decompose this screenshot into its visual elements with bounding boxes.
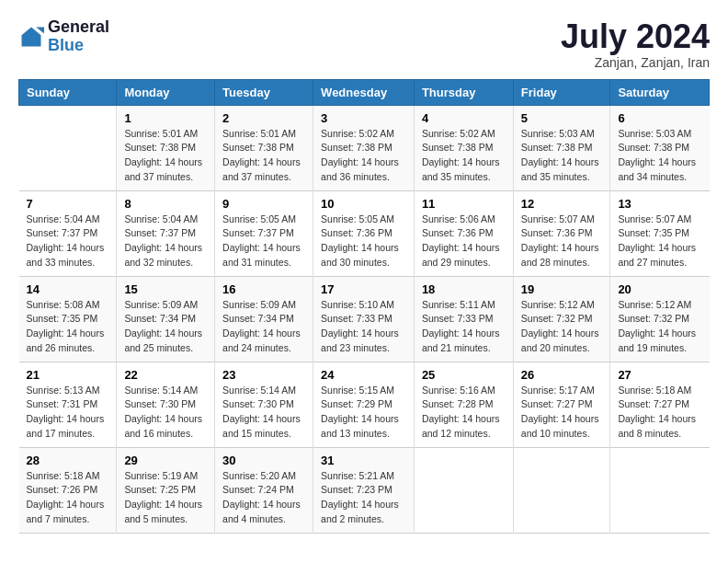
day-number: 9 <box>222 197 305 211</box>
calendar-cell: 21Sunrise: 5:13 AMSunset: 7:31 PMDayligh… <box>19 362 117 447</box>
day-info: Sunrise: 5:14 AMSunset: 7:30 PMDaylight:… <box>124 384 207 442</box>
calendar-cell: 13Sunrise: 5:07 AMSunset: 7:35 PMDayligh… <box>610 190 710 276</box>
day-info: Sunrise: 5:01 AMSunset: 7:38 PMDaylight:… <box>124 127 207 185</box>
day-number: 20 <box>618 282 701 296</box>
day-number: 23 <box>222 368 305 382</box>
day-info: Sunrise: 5:02 AMSunset: 7:38 PMDaylight:… <box>321 127 406 185</box>
weekday-header: Monday <box>117 79 215 105</box>
calendar-cell: 20Sunrise: 5:12 AMSunset: 7:32 PMDayligh… <box>610 276 710 362</box>
day-number: 16 <box>222 282 305 296</box>
day-info: Sunrise: 5:13 AMSunset: 7:31 PMDaylight:… <box>27 384 109 442</box>
calendar-cell: 25Sunrise: 5:16 AMSunset: 7:28 PMDayligh… <box>414 362 513 447</box>
day-info: Sunrise: 5:06 AMSunset: 7:36 PMDaylight:… <box>422 213 506 270</box>
calendar-week-row: 7Sunrise: 5:04 AMSunset: 7:37 PMDaylight… <box>19 190 710 276</box>
day-number: 1 <box>124 111 207 125</box>
calendar-cell: 10Sunrise: 5:05 AMSunset: 7:36 PMDayligh… <box>313 190 415 276</box>
day-number: 19 <box>521 282 603 296</box>
day-number: 13 <box>618 197 701 211</box>
calendar-week-row: 28Sunrise: 5:18 AMSunset: 7:26 PMDayligh… <box>19 447 710 533</box>
calendar-cell: 23Sunrise: 5:14 AMSunset: 7:30 PMDayligh… <box>215 362 313 447</box>
calendar-cell: 31Sunrise: 5:21 AMSunset: 7:23 PMDayligh… <box>313 447 415 533</box>
day-info: Sunrise: 5:21 AMSunset: 7:23 PMDaylight:… <box>321 469 406 527</box>
calendar-cell: 30Sunrise: 5:20 AMSunset: 7:24 PMDayligh… <box>215 447 313 533</box>
day-number: 14 <box>27 282 109 296</box>
day-info: Sunrise: 5:12 AMSunset: 7:32 PMDaylight:… <box>521 298 603 356</box>
day-info: Sunrise: 5:11 AMSunset: 7:33 PMDaylight:… <box>422 298 506 356</box>
calendar-cell: 27Sunrise: 5:18 AMSunset: 7:27 PMDayligh… <box>610 362 710 447</box>
day-number: 29 <box>124 454 207 467</box>
logo-icon <box>18 24 44 50</box>
calendar-cell: 28Sunrise: 5:18 AMSunset: 7:26 PMDayligh… <box>19 447 117 533</box>
day-number: 27 <box>618 368 701 382</box>
calendar-week-row: 14Sunrise: 5:08 AMSunset: 7:35 PMDayligh… <box>19 276 710 362</box>
calendar-cell: 2Sunrise: 5:01 AMSunset: 7:38 PMDaylight… <box>215 105 313 190</box>
day-number: 31 <box>321 454 406 467</box>
day-number: 8 <box>124 197 207 211</box>
weekday-header-row: SundayMondayTuesdayWednesdayThursdayFrid… <box>19 79 710 105</box>
day-info: Sunrise: 5:05 AMSunset: 7:36 PMDaylight:… <box>321 213 406 270</box>
day-info: Sunrise: 5:03 AMSunset: 7:38 PMDaylight:… <box>521 127 603 185</box>
day-info: Sunrise: 5:15 AMSunset: 7:29 PMDaylight:… <box>321 384 406 442</box>
location-subtitle: Zanjan, Zanjan, Iran <box>561 55 710 70</box>
page-header: General Blue July 2024 Zanjan, Zanjan, I… <box>18 18 710 70</box>
calendar-cell: 14Sunrise: 5:08 AMSunset: 7:35 PMDayligh… <box>19 276 117 362</box>
calendar-cell: 6Sunrise: 5:03 AMSunset: 7:38 PMDaylight… <box>610 105 710 190</box>
calendar-cell: 17Sunrise: 5:10 AMSunset: 7:33 PMDayligh… <box>313 276 415 362</box>
day-number: 21 <box>27 368 109 382</box>
day-info: Sunrise: 5:03 AMSunset: 7:38 PMDaylight:… <box>618 127 701 185</box>
day-number: 3 <box>321 111 406 125</box>
calendar-cell: 7Sunrise: 5:04 AMSunset: 7:37 PMDaylight… <box>19 190 117 276</box>
calendar-cell: 19Sunrise: 5:12 AMSunset: 7:32 PMDayligh… <box>513 276 610 362</box>
day-info: Sunrise: 5:09 AMSunset: 7:34 PMDaylight:… <box>124 298 207 356</box>
day-info: Sunrise: 5:07 AMSunset: 7:36 PMDaylight:… <box>521 213 603 270</box>
weekday-header: Friday <box>513 79 610 105</box>
calendar-cell: 4Sunrise: 5:02 AMSunset: 7:38 PMDaylight… <box>414 105 513 190</box>
day-number: 15 <box>124 282 207 296</box>
calendar-cell: 5Sunrise: 5:03 AMSunset: 7:38 PMDaylight… <box>513 105 610 190</box>
day-info: Sunrise: 5:20 AMSunset: 7:24 PMDaylight:… <box>222 469 305 527</box>
calendar-cell: 12Sunrise: 5:07 AMSunset: 7:36 PMDayligh… <box>513 190 610 276</box>
logo-text: General Blue <box>48 18 109 55</box>
calendar-cell: 15Sunrise: 5:09 AMSunset: 7:34 PMDayligh… <box>117 276 215 362</box>
weekday-header: Saturday <box>610 79 710 105</box>
calendar-cell <box>19 105 117 190</box>
title-block: July 2024 Zanjan, Zanjan, Iran <box>561 18 710 70</box>
calendar-cell <box>610 447 710 533</box>
day-number: 24 <box>321 368 406 382</box>
svg-marker-0 <box>22 27 41 46</box>
calendar-cell: 3Sunrise: 5:02 AMSunset: 7:38 PMDaylight… <box>313 105 415 190</box>
weekday-header: Sunday <box>19 79 117 105</box>
day-info: Sunrise: 5:17 AMSunset: 7:27 PMDaylight:… <box>521 384 603 442</box>
weekday-header: Thursday <box>414 79 513 105</box>
day-info: Sunrise: 5:04 AMSunset: 7:37 PMDaylight:… <box>124 213 207 270</box>
calendar-cell: 22Sunrise: 5:14 AMSunset: 7:30 PMDayligh… <box>117 362 215 447</box>
day-info: Sunrise: 5:04 AMSunset: 7:37 PMDaylight:… <box>27 213 109 270</box>
calendar-table: SundayMondayTuesdayWednesdayThursdayFrid… <box>18 79 710 534</box>
day-number: 11 <box>422 197 506 211</box>
calendar-cell: 1Sunrise: 5:01 AMSunset: 7:38 PMDaylight… <box>117 105 215 190</box>
day-info: Sunrise: 5:19 AMSunset: 7:25 PMDaylight:… <box>124 469 207 527</box>
calendar-cell: 24Sunrise: 5:15 AMSunset: 7:29 PMDayligh… <box>313 362 415 447</box>
day-number: 10 <box>321 197 406 211</box>
calendar-cell: 18Sunrise: 5:11 AMSunset: 7:33 PMDayligh… <box>414 276 513 362</box>
day-number: 2 <box>222 111 305 125</box>
day-number: 30 <box>222 454 305 467</box>
day-info: Sunrise: 5:07 AMSunset: 7:35 PMDaylight:… <box>618 213 701 270</box>
day-info: Sunrise: 5:12 AMSunset: 7:32 PMDaylight:… <box>618 298 701 356</box>
day-info: Sunrise: 5:18 AMSunset: 7:27 PMDaylight:… <box>618 384 701 442</box>
calendar-cell: 8Sunrise: 5:04 AMSunset: 7:37 PMDaylight… <box>117 190 215 276</box>
calendar-cell: 9Sunrise: 5:05 AMSunset: 7:37 PMDaylight… <box>215 190 313 276</box>
day-number: 7 <box>27 197 109 211</box>
day-info: Sunrise: 5:10 AMSunset: 7:33 PMDaylight:… <box>321 298 406 356</box>
day-number: 6 <box>618 111 701 125</box>
day-number: 18 <box>422 282 506 296</box>
month-title: July 2024 <box>561 18 710 55</box>
calendar-week-row: 21Sunrise: 5:13 AMSunset: 7:31 PMDayligh… <box>19 362 710 447</box>
calendar-cell: 11Sunrise: 5:06 AMSunset: 7:36 PMDayligh… <box>414 190 513 276</box>
day-number: 25 <box>422 368 506 382</box>
calendar-cell: 29Sunrise: 5:19 AMSunset: 7:25 PMDayligh… <box>117 447 215 533</box>
day-number: 5 <box>521 111 603 125</box>
day-info: Sunrise: 5:14 AMSunset: 7:30 PMDaylight:… <box>222 384 305 442</box>
calendar-week-row: 1Sunrise: 5:01 AMSunset: 7:38 PMDaylight… <box>19 105 710 190</box>
day-info: Sunrise: 5:05 AMSunset: 7:37 PMDaylight:… <box>222 213 305 270</box>
